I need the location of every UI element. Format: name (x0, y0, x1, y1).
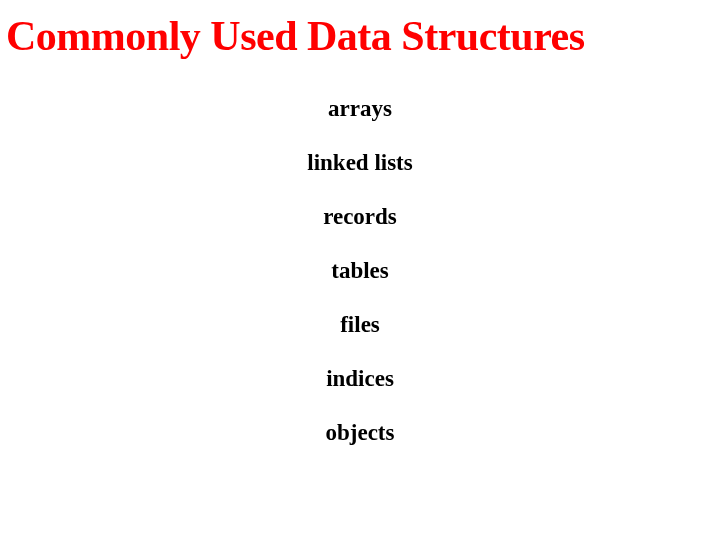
list-item: objects (326, 420, 395, 446)
list-item: tables (331, 258, 389, 284)
list-item: linked lists (307, 150, 412, 176)
slide: Commonly Used Data Structures arrays lin… (0, 0, 720, 540)
page-title: Commonly Used Data Structures (0, 12, 720, 60)
list-item: indices (326, 366, 394, 392)
list-item: records (323, 204, 397, 230)
data-structures-list: arrays linked lists records tables files… (0, 96, 720, 446)
list-item: files (340, 312, 380, 338)
list-item: arrays (328, 96, 392, 122)
